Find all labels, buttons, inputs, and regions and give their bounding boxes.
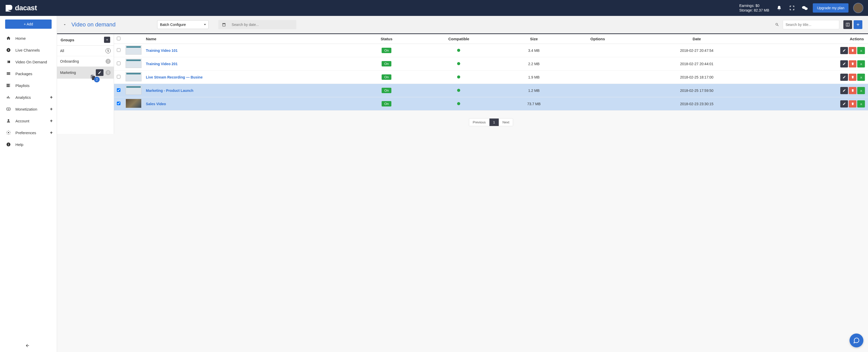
expand-icon: +	[50, 95, 53, 100]
row-checkbox[interactable]	[117, 62, 120, 65]
compatible-dot-icon	[457, 102, 460, 105]
options-cell	[565, 44, 630, 57]
delete-button[interactable]	[849, 47, 857, 54]
video-name-link[interactable]: Sales Video	[146, 102, 166, 106]
compatible-dot-icon	[457, 49, 460, 52]
group-onboarding[interactable]: Onboarding2	[57, 56, 114, 67]
video-table: Name Status Compatible Size Options Date…	[114, 34, 868, 134]
user-avatar[interactable]	[853, 3, 863, 13]
date-cell: 2018-02-25 18:17:00	[631, 71, 763, 84]
pagination: Previous 1 Next	[114, 111, 868, 134]
group-name: Marketing	[60, 71, 76, 75]
video-name-link[interactable]: Live Stream Recording — Busine	[146, 75, 203, 79]
size-cell: 2.2 MB	[503, 57, 565, 71]
collapse-sidebar-icon[interactable]	[0, 339, 57, 352]
nav-item-playlists[interactable]: Playlists	[0, 79, 57, 91]
date-cell: 2018-02-27 20:47:54	[631, 44, 763, 57]
download-button[interactable]	[857, 100, 865, 107]
video-thumbnail[interactable]	[126, 59, 142, 68]
table-row: Training Video 201 On 2.2 MB 2018-02-27 …	[114, 57, 868, 71]
nav-icon	[6, 60, 11, 64]
nav-item-analytics[interactable]: Analytics +	[0, 91, 57, 103]
delete-button[interactable]	[849, 74, 857, 81]
table-row: Training Video 101 On 3.4 MB 2018-02-27 …	[114, 44, 868, 57]
edit-button[interactable]	[840, 60, 848, 68]
video-name-link[interactable]: Marketing - Product Launch	[146, 89, 193, 93]
nav-label: Playlists	[16, 83, 30, 88]
table-row: Live Stream Recording — Busine On 1.9 MB…	[114, 71, 868, 84]
toolbar: Video on demand Batch Configure	[57, 16, 868, 33]
pagination-page-1[interactable]: 1	[490, 118, 499, 126]
add-group-button[interactable]	[104, 37, 110, 43]
pagination-prev[interactable]: Previous	[469, 118, 490, 126]
nav-item-packages[interactable]: Packages	[0, 68, 57, 79]
download-button[interactable]	[857, 74, 865, 81]
select-all-checkbox[interactable]	[117, 37, 120, 40]
nav-icon	[6, 83, 11, 88]
drag-indicator: 2	[90, 74, 102, 80]
video-thumbnail[interactable]	[126, 72, 142, 81]
edit-button[interactable]	[840, 74, 848, 81]
nav-item-account[interactable]: Account +	[0, 115, 57, 127]
brand-logo[interactable]: dacast	[5, 4, 37, 12]
row-checkbox[interactable]	[117, 102, 120, 105]
row-checkbox[interactable]	[117, 75, 120, 78]
columns-button[interactable]	[843, 20, 852, 29]
size-cell: 73.7 MB	[503, 97, 565, 111]
video-thumbnail[interactable]	[126, 85, 142, 95]
calendar-icon[interactable]	[218, 23, 229, 27]
batch-configure-select[interactable]: Batch Configure	[157, 20, 209, 29]
download-button[interactable]	[857, 47, 865, 54]
search-title-wrap	[771, 20, 839, 29]
group-name: Onboarding	[60, 59, 79, 63]
chevron-down-icon[interactable]	[63, 23, 67, 27]
group-marketing[interactable]: Marketing 0 2	[57, 67, 114, 79]
bell-icon[interactable]	[776, 5, 782, 11]
svg-point-1	[805, 7, 808, 10]
groups-title: Groups	[61, 38, 74, 42]
nav-label: Analytics	[16, 95, 31, 100]
delete-button[interactable]	[849, 100, 857, 107]
nav-item-live-channels[interactable]: Live Channels	[0, 44, 57, 56]
video-name-link[interactable]: Training Video 101	[146, 48, 178, 52]
search-title-input[interactable]	[783, 20, 839, 29]
chat-icon[interactable]	[802, 5, 808, 11]
video-name-link[interactable]: Training Video 201	[146, 62, 178, 66]
search-date-input[interactable]	[229, 20, 296, 29]
storage-text: Storage: 82.37 MB	[739, 8, 769, 12]
add-video-button[interactable]: +	[854, 20, 862, 29]
nav-item-video-on-demand[interactable]: Video On Demand	[0, 56, 57, 68]
upgrade-button[interactable]: Upgrade my plan	[813, 3, 848, 12]
edit-button[interactable]	[840, 100, 848, 107]
nav-item-preferences[interactable]: Preferences +	[0, 127, 57, 139]
options-cell	[565, 71, 630, 84]
nav-label: Account	[16, 119, 29, 123]
col-status: Status	[359, 34, 414, 44]
delete-button[interactable]	[849, 87, 857, 94]
fullscreen-icon[interactable]	[789, 5, 795, 11]
nav-item-monetization[interactable]: $ Monetization +	[0, 103, 57, 115]
row-checkbox[interactable]	[117, 88, 120, 92]
edit-button[interactable]	[840, 87, 848, 94]
pagination-next[interactable]: Next	[499, 118, 513, 126]
add-button[interactable]: + Add	[5, 20, 52, 29]
status-badge: On	[382, 48, 391, 53]
chat-fab[interactable]	[849, 333, 863, 347]
search-icon[interactable]	[771, 23, 783, 27]
date-cell: 2018-02-25 17:59:50	[631, 84, 763, 97]
group-all[interactable]: All5	[57, 46, 114, 56]
status-badge: On	[382, 74, 391, 80]
row-checkbox[interactable]	[117, 48, 120, 52]
col-name: Name	[144, 34, 359, 44]
nav-item-help[interactable]: i Help	[0, 139, 57, 150]
options-cell	[565, 84, 630, 97]
svg-point-6	[8, 132, 9, 133]
delete-button[interactable]	[849, 60, 857, 68]
download-button[interactable]	[857, 60, 865, 68]
nav-icon	[6, 118, 11, 123]
edit-button[interactable]	[840, 47, 848, 54]
nav-item-home[interactable]: Home	[0, 32, 57, 44]
video-thumbnail[interactable]	[126, 45, 142, 55]
video-thumbnail[interactable]	[126, 99, 142, 108]
download-button[interactable]	[857, 87, 865, 94]
